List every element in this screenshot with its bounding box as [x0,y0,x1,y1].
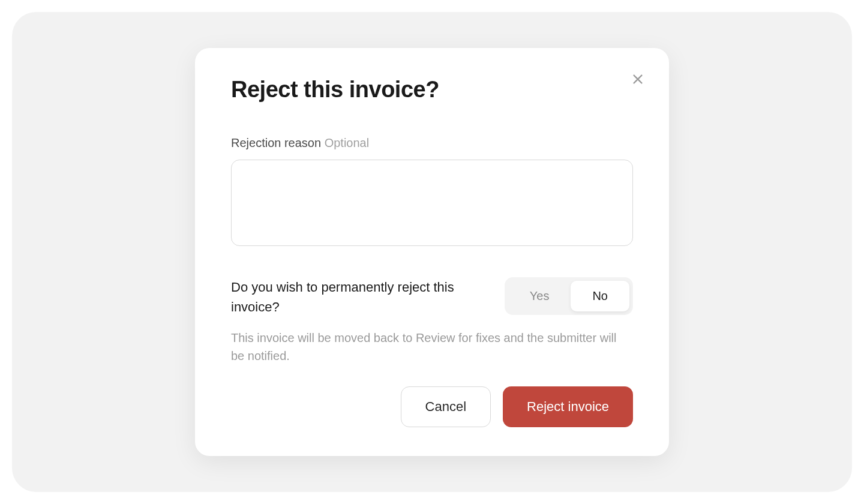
toggle-option-yes[interactable]: Yes [508,281,571,311]
close-button[interactable] [628,70,647,89]
close-icon [631,73,644,86]
rejection-reason-label-text: Rejection reason [231,136,321,149]
toggle-option-no[interactable]: No [571,281,629,311]
rejection-reason-optional-label: Optional [325,136,370,149]
rejection-reason-label: Rejection reason Optional [231,136,633,150]
helper-text: This invoice will be moved back to Revie… [231,329,633,365]
reject-invoice-button[interactable]: Reject invoice [503,386,633,427]
cancel-button[interactable]: Cancel [401,386,491,427]
modal-title: Reject this invoice? [231,77,633,103]
permanent-reject-question: Do you wish to permanently reject this i… [231,277,487,317]
rejection-reason-input[interactable] [231,160,633,246]
reject-invoice-modal: Reject this invoice? Rejection reason Op… [195,48,669,456]
button-row: Cancel Reject invoice [231,386,633,427]
permanent-reject-toggle: Yes No [505,277,633,315]
page-container: Reject this invoice? Rejection reason Op… [12,12,852,492]
permanent-reject-row: Do you wish to permanently reject this i… [231,277,633,317]
